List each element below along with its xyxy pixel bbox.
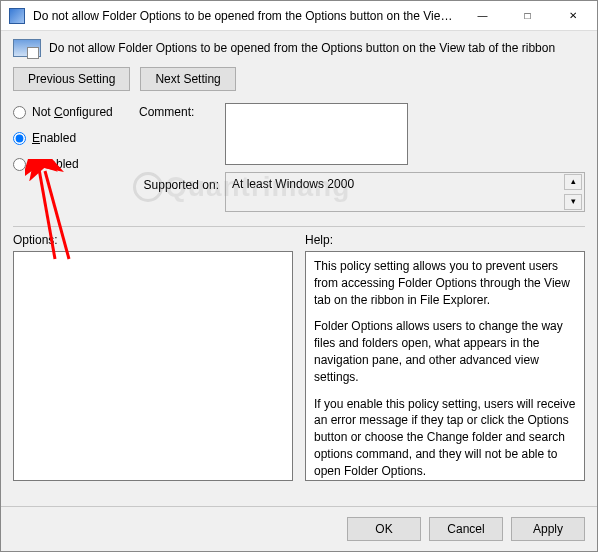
radio-not-configured-input[interactable]: [13, 106, 26, 119]
radio-enabled-label: Enabled: [32, 131, 76, 145]
dialog-footer: OK Cancel Apply: [1, 506, 597, 551]
help-box[interactable]: This policy setting allows you to preven…: [305, 251, 585, 481]
previous-setting-button[interactable]: Previous Setting: [13, 67, 130, 91]
maximize-button[interactable]: □: [505, 2, 550, 30]
options-panel: Options:: [13, 233, 293, 498]
comment-label: Comment:: [139, 103, 219, 119]
content-area: Do not allow Folder Options to be opened…: [1, 31, 597, 506]
help-panel: Help: This policy setting allows you to …: [305, 233, 585, 498]
radio-enabled[interactable]: Enabled: [13, 131, 133, 145]
comment-input[interactable]: [225, 103, 408, 165]
radio-enabled-input[interactable]: [13, 132, 26, 145]
titlebar: Do not allow Folder Options to be opened…: [1, 1, 597, 31]
options-box[interactable]: [13, 251, 293, 481]
state-radio-group: Not Configured Enabled Disabled: [13, 103, 133, 171]
supported-on-text: At least Windows 2000: [232, 177, 354, 191]
policy-dialog: Do not allow Folder Options to be opened…: [0, 0, 598, 552]
lower-panels: Options: Help: This policy setting allow…: [13, 233, 585, 498]
window-title: Do not allow Folder Options to be opened…: [33, 9, 460, 23]
policy-header: Do not allow Folder Options to be opened…: [49, 41, 555, 55]
header-row: Do not allow Folder Options to be opened…: [13, 39, 585, 57]
next-setting-button[interactable]: Next Setting: [140, 67, 235, 91]
help-paragraph: Folder Options allows users to change th…: [314, 318, 576, 385]
supported-on-box: At least Windows 2000: [225, 172, 585, 212]
policy-icon: [13, 39, 41, 57]
ok-button[interactable]: OK: [347, 517, 421, 541]
apply-button[interactable]: Apply: [511, 517, 585, 541]
nav-row: Previous Setting Next Setting: [13, 67, 585, 91]
settings-grid: Not Configured Enabled Disabled Comment:…: [13, 103, 585, 216]
window-controls: — □ ✕: [460, 2, 595, 30]
options-label: Options:: [13, 233, 293, 247]
help-paragraph: If you enable this policy setting, users…: [314, 396, 576, 480]
radio-not-configured-label: Not Configured: [32, 105, 113, 119]
divider: [13, 226, 585, 227]
radio-disabled[interactable]: Disabled: [13, 157, 133, 171]
close-button[interactable]: ✕: [550, 2, 595, 30]
help-label: Help:: [305, 233, 585, 247]
minimize-button[interactable]: —: [460, 2, 505, 30]
app-icon: [9, 8, 25, 24]
radio-disabled-label: Disabled: [32, 157, 79, 171]
help-paragraph: This policy setting allows you to preven…: [314, 258, 576, 308]
cancel-button[interactable]: Cancel: [429, 517, 503, 541]
radio-disabled-input[interactable]: [13, 158, 26, 171]
supported-label: Supported on:: [139, 172, 219, 192]
radio-not-configured[interactable]: Not Configured: [13, 105, 133, 119]
